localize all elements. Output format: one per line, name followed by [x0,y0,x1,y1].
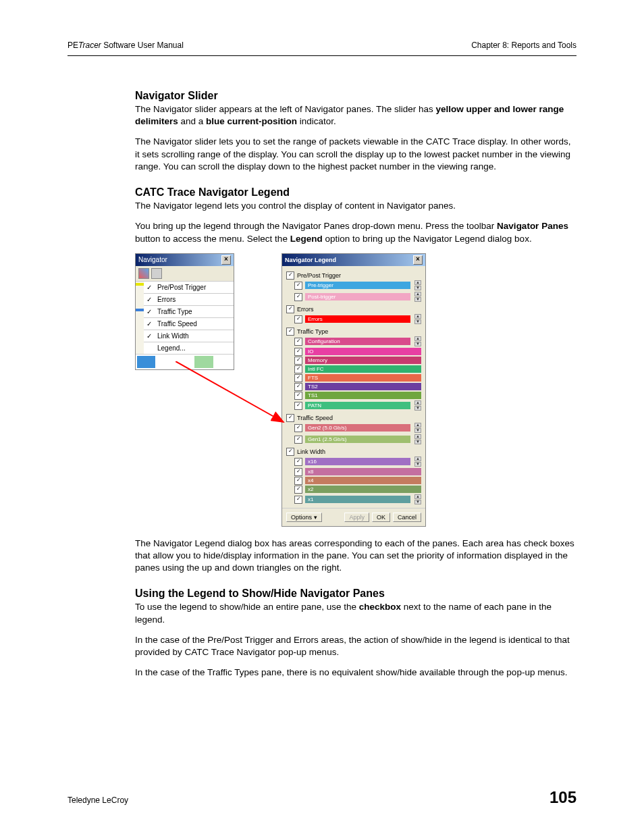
color-swatch: x1 [305,496,410,503]
check-icon: ✓ [145,308,153,315]
menu-label: Errors [157,296,176,303]
legend-group-head: ✓Pre/Post Trigger [286,271,421,280]
apply-button[interactable]: Apply [344,513,369,522]
menu-item[interactable]: ✓Link Width [144,330,234,342]
group-name: Traffic Speed [297,415,333,421]
navigator-title: Navigator [138,256,167,263]
color-swatch: Intl FC [305,365,421,373]
legend-row: ✓TS1 [294,392,421,400]
color-swatch: x16 [305,458,410,465]
navigator-footer-swatches [136,354,234,369]
updown-icon[interactable]: ▲▼ [414,400,421,411]
checkbox-icon[interactable]: ✓ [286,328,294,336]
legend-row: ✓Post-trigger▲▼ [294,292,421,303]
cancel-button[interactable]: Cancel [393,513,421,522]
menu-item[interactable]: Legend... [144,342,234,354]
checkbox-icon[interactable]: ✓ [294,402,302,410]
legend-row: ✓x1▲▼ [294,494,421,505]
legend-row: ✓Memory [294,357,421,365]
screenshot-row: Navigator × ✓Pre/Post Trigger✓Errors✓Tra… [135,253,576,527]
checkbox-icon[interactable]: ✓ [294,458,302,466]
updown-icon[interactable]: ▲▼ [414,457,421,467]
checkbox-icon[interactable]: ✓ [286,271,294,280]
color-swatch: PATN [305,402,410,409]
legend-row: ✓Configuration▲▼ [294,336,421,347]
menu-item[interactable]: ✓Pre/Post Trigger [144,282,234,294]
legend-title: Navigator Legend [285,257,336,263]
color-swatch: IO [305,348,421,355]
toolbar-icon[interactable] [138,268,149,279]
header-left: PETracer Software User Manual [68,41,184,50]
para: To use the legend to show/hide an entire… [135,601,576,625]
para: The Navigator slider appears at the left… [135,103,576,128]
toolbar-icon[interactable] [151,268,162,279]
checkbox-icon[interactable]: ✓ [294,293,302,301]
updown-icon[interactable]: ▲▼ [414,292,421,303]
para: The Navigator slider lets you to set the… [135,136,576,173]
color-swatch: x2 [305,486,421,493]
checkbox-icon[interactable]: ✓ [294,486,302,494]
menu-item[interactable]: ✓Traffic Type [144,306,234,318]
checkbox-icon[interactable]: ✓ [294,348,302,356]
check-icon: ✓ [145,284,153,291]
legend-group-head: ✓Traffic Type [286,328,421,336]
legend-row: ✓TS2 [294,383,421,391]
checkbox-icon[interactable]: ✓ [294,477,302,485]
color-swatch: TS1 [305,392,421,399]
legend-dialog: Navigator Legend × ✓Pre/Post Trigger✓Pre… [281,253,426,527]
checkbox-icon[interactable]: ✓ [286,448,294,456]
options-button[interactable]: Options ▾ [286,513,322,522]
ok-button[interactable]: OK [372,513,390,522]
checkbox-icon[interactable]: ✓ [294,365,302,373]
close-icon[interactable]: × [221,255,231,265]
para: In the case of the Traffic Types pane, t… [135,667,576,679]
menu-label: Traffic Speed [157,320,197,328]
checkbox-icon[interactable]: ✓ [294,374,302,382]
color-swatch: Post-trigger [305,293,410,301]
legend-row: ✓x16▲▼ [294,457,421,467]
checkbox-icon[interactable]: ✓ [294,468,302,476]
checkbox-icon[interactable]: ✓ [286,305,294,313]
check-icon: ✓ [145,296,153,303]
para: The Navigator legend lets you control th… [135,200,576,212]
color-swatch: TS2 [305,383,421,390]
check-icon: ✓ [145,332,153,340]
menu-label: Link Width [157,332,189,340]
color-swatch: Gen1 (2.5 Gb/s) [305,436,410,443]
navigator-popup: Navigator × ✓Pre/Post Trigger✓Errors✓Tra… [135,253,234,370]
page-number: 105 [549,788,576,807]
checkbox-icon[interactable]: ✓ [294,436,302,444]
checkbox-icon[interactable]: ✓ [294,383,302,391]
heading-navigator-slider: Navigator Slider [135,90,576,102]
legend-row: ✓Gen2 (5.0 Gb/s)▲▼ [294,423,421,434]
menu-label: Traffic Type [157,308,192,315]
legend-row: ✓x8 [294,468,421,476]
close-icon[interactable]: × [413,255,423,265]
menu-item[interactable]: ✓Errors [144,294,234,306]
checkbox-icon[interactable]: ✓ [294,338,302,346]
checkbox-icon[interactable]: ✓ [294,282,302,290]
group-name: Link Width [297,448,325,455]
updown-icon[interactable]: ▲▼ [414,423,421,434]
group-name: Traffic Type [297,328,328,335]
checkbox-icon[interactable]: ✓ [294,315,302,323]
navigator-slider[interactable] [136,282,144,354]
heading-using-legend: Using the Legend to Show/Hide Navigator … [135,588,576,600]
header-rule [68,55,576,56]
updown-icon[interactable]: ▲▼ [414,494,421,505]
checkbox-icon[interactable]: ✓ [294,424,302,432]
color-swatch: x8 [305,468,421,475]
updown-icon[interactable]: ▲▼ [414,280,421,291]
updown-icon[interactable]: ▲▼ [414,336,421,347]
checkbox-icon[interactable]: ✓ [294,357,302,365]
legend-row: ✓IO [294,348,421,356]
checkbox-icon[interactable]: ✓ [294,496,302,504]
legend-row: ✓x2 [294,486,421,494]
checkbox-icon[interactable]: ✓ [294,392,302,400]
legend-row: ✓FTS [294,374,421,382]
checkbox-icon[interactable]: ✓ [286,414,294,422]
updown-icon[interactable]: ▲▼ [414,434,421,445]
legend-group-head: ✓Errors [286,305,421,313]
updown-icon[interactable]: ▲▼ [414,314,421,325]
menu-item[interactable]: ✓Traffic Speed [144,318,234,330]
